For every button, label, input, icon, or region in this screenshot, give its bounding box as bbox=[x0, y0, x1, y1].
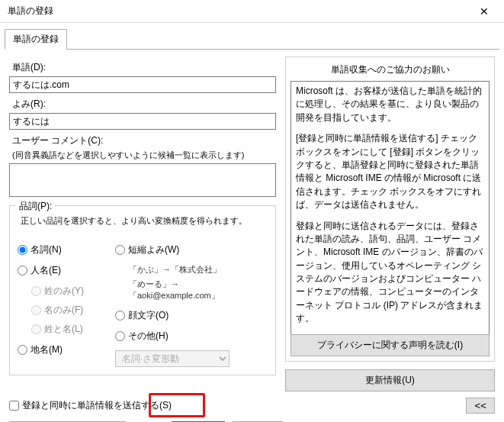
radio-mei-label: 名のみ(F) bbox=[44, 304, 83, 317]
radio-seimei-label: 姓と名(L) bbox=[44, 323, 83, 336]
radio-chimei-label: 地名(M) bbox=[30, 343, 63, 356]
update-info-button[interactable]: 更新情報(U) bbox=[285, 369, 495, 391]
tango-input[interactable] bbox=[9, 76, 276, 93]
example-1: 「かぶ」→「株式会社」 bbox=[129, 264, 268, 275]
radio-jinmei-label: 人名(E) bbox=[30, 264, 61, 277]
radio-mei: 名のみ(F) bbox=[31, 304, 101, 317]
send-info-checkbox[interactable]: 登録と同時に単語情報を送信する(S) bbox=[9, 399, 172, 412]
radio-jinmei[interactable]: 人名(E) bbox=[18, 264, 101, 277]
radio-tanshuku-label: 短縮よみ(W) bbox=[128, 243, 179, 256]
info-p3: 登録と同時に送信されるデータには、登録された単語の読み、語句、品詞、ユーザー コ… bbox=[296, 220, 484, 326]
radio-tanshuku[interactable]: 短縮よみ(W) bbox=[115, 243, 268, 256]
send-info-label: 登録と同時に単語情報を送信する(S) bbox=[22, 399, 172, 412]
yomi-input[interactable] bbox=[9, 113, 276, 130]
radio-kaomoji-label: 顔文字(O) bbox=[128, 309, 169, 322]
titlebar: 単語の登録 ✕ bbox=[0, 0, 504, 23]
sonota-combo: 名詞·さ変形動 bbox=[115, 350, 230, 367]
close-icon[interactable]: ✕ bbox=[469, 0, 499, 23]
radio-sonota-label: その他(H) bbox=[128, 330, 169, 343]
radio-sei-label: 姓のみ(Y) bbox=[44, 285, 84, 298]
example-2: 「めーる」→「aoki@example.com」 bbox=[129, 279, 268, 301]
collection-group: 単語収集へのご協力のお願い Microsoft は、お客様が送信した単語を統計的… bbox=[285, 56, 495, 362]
radio-kaomoji[interactable]: 顔文字(O) bbox=[115, 309, 268, 322]
radio-seimei: 姓と名(L) bbox=[31, 323, 101, 336]
hinshi-hint: 正しい品詞を選択すると、より高い変換精度を得られます。 bbox=[21, 215, 268, 227]
radio-sei: 姓のみ(Y) bbox=[31, 285, 101, 298]
info-p1: Microsoft は、お客様が送信した単語を統計的に処理し、その結果を基に、よ… bbox=[296, 85, 484, 124]
comment-label: ユーザー コメント(C): bbox=[12, 134, 276, 147]
yomi-label: よみ(R): bbox=[12, 98, 276, 111]
comment-input[interactable] bbox=[9, 163, 276, 197]
radio-sonota[interactable]: その他(H) bbox=[115, 330, 268, 343]
window-title: 単語の登録 bbox=[8, 5, 53, 18]
collection-title: 単語収集へのご協力のお願い bbox=[291, 63, 490, 76]
radio-meishi-label: 名詞(N) bbox=[30, 243, 62, 256]
privacy-button[interactable]: プライバシーに関する声明を読む(I) bbox=[291, 334, 490, 356]
hinshi-group-label: 品詞(P): bbox=[16, 200, 55, 213]
info-textarea[interactable]: Microsoft は、お客様が送信した単語を統計的に処理し、その結果を基に、よ… bbox=[291, 81, 490, 340]
info-p2: [登録と同時に単語情報を送信する] チェック ボックスをオンにして [登録] ボ… bbox=[296, 132, 484, 211]
hinshi-group: 品詞(P): 正しい品詞を選択すると、より高い変換精度を得られます。 名詞(N)… bbox=[9, 205, 276, 375]
comment-hint: (同音異義語などを選択しやすいように候補一覧に表示します) bbox=[12, 150, 276, 161]
tab-word-register[interactable]: 単語の登録 bbox=[5, 29, 67, 50]
tabstrip: 単語の登録 bbox=[0, 23, 504, 50]
radio-chimei[interactable]: 地名(M) bbox=[18, 343, 101, 356]
tango-label: 単語(D): bbox=[12, 61, 276, 74]
collapse-button[interactable]: << bbox=[466, 398, 495, 414]
radio-meishi[interactable]: 名詞(N) bbox=[18, 243, 101, 256]
